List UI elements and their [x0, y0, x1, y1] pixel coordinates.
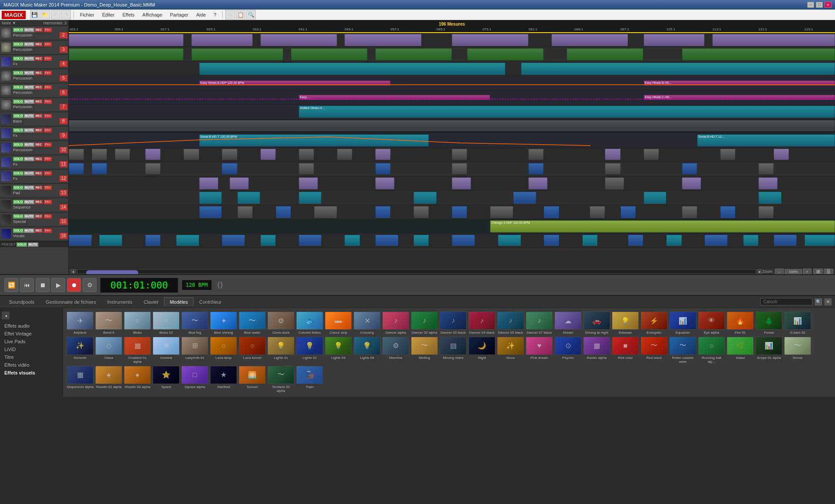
- media-item-22[interactable]: 👁 Eye alpha: [698, 312, 725, 335]
- mute-btn-5[interactable]: MUTE: [24, 71, 34, 75]
- solo-btn-13[interactable]: SOLO: [13, 186, 23, 190]
- rec-btn-2[interactable]: REC: [35, 28, 43, 32]
- clip-15-16[interactable]: [666, 235, 681, 246]
- clip-8-1[interactable]: Sonar.B-HD-T 120.00 BPM: [199, 134, 429, 146]
- media-item-24[interactable]: 🌲 Forest: [755, 312, 782, 335]
- search-input[interactable]: [760, 298, 812, 305]
- clip-15-11[interactable]: [452, 235, 475, 246]
- media-item-18[interactable]: 🚗 Driving at night: [583, 312, 610, 335]
- clip-13-6[interactable]: [414, 206, 429, 218]
- media-item-43[interactable]: ⊙ Psycho: [554, 337, 581, 364]
- solo-btn-8[interactable]: SOLO: [13, 114, 23, 118]
- clip-1-3[interactable]: [261, 34, 337, 46]
- solo-btn-10[interactable]: SOLO: [13, 143, 23, 147]
- media-item-53[interactable]: ♠ Shaolin 01 alpha: [95, 366, 122, 393]
- media-item-11[interactable]: ♪ Dancer alpha: [382, 312, 409, 335]
- hscroll-bar[interactable]: ◂ ▸ Zoom – 100% + ⊞ ☰: [69, 268, 835, 274]
- collapse-btn[interactable]: ◂: [2, 312, 10, 319]
- solo-btn-7[interactable]: SOLO: [13, 99, 23, 104]
- clip-15-4[interactable]: [176, 235, 199, 246]
- solo-btn-16[interactable]: SOLO: [13, 229, 23, 233]
- solo-btn-9[interactable]: SOLO: [13, 128, 23, 133]
- clip-10-11[interactable]: [758, 163, 774, 174]
- clip-12-1[interactable]: [199, 192, 222, 204]
- clip-11-8[interactable]: [682, 177, 701, 189]
- media-item-39[interactable]: ▤ Moving stairs: [440, 337, 467, 364]
- clip-5-1[interactable]: Easy ...: [299, 95, 491, 100]
- clip-9-3[interactable]: [115, 149, 130, 160]
- media-item-2[interactable]: ○ Blobs: [124, 312, 151, 335]
- clip-11-1[interactable]: [199, 177, 218, 189]
- mute-btn-3[interactable]: MUTE: [24, 42, 34, 46]
- media-item-13[interactable]: ♪ Dancer 03 black: [440, 312, 467, 335]
- solo-btn-4[interactable]: SOLO: [13, 56, 23, 61]
- media-item-4[interactable]: 〜 Blue fog: [181, 312, 208, 335]
- close-button[interactable]: ✕: [825, 2, 832, 8]
- rec-btn-7[interactable]: REC: [35, 99, 43, 104]
- clip-1-8[interactable]: [712, 34, 835, 46]
- clip-15-5[interactable]: [222, 235, 245, 246]
- solo-btn-5[interactable]: SOLO: [13, 71, 23, 75]
- media-item-40[interactable]: 🌙 Night: [468, 337, 495, 364]
- media-item-44[interactable]: ▦ Raster alpha: [583, 337, 610, 364]
- clip-15-7[interactable]: [299, 235, 322, 246]
- media-item-12[interactable]: ♪ Dancer 02 alpha: [411, 312, 438, 335]
- cat-titre[interactable]: Titre: [2, 353, 61, 361]
- media-item-14[interactable]: ♪ Dancer 04 black: [468, 312, 495, 335]
- clip-13-13[interactable]: [720, 206, 735, 218]
- grid-view-btn[interactable]: ⊞: [813, 269, 823, 274]
- clip-11-2[interactable]: [230, 177, 249, 189]
- clip-15-14[interactable]: [582, 235, 598, 246]
- solo-btn-14[interactable]: SOLO: [13, 200, 23, 204]
- clip-15-18[interactable]: [743, 235, 758, 246]
- mute-btn-9[interactable]: MUTE: [24, 128, 34, 133]
- clip-10-4[interactable]: [222, 163, 237, 174]
- clip-13-8[interactable]: [490, 206, 513, 218]
- clip-14-1[interactable]: Chicago 3.HDP 120.00 BPM: [490, 220, 835, 232]
- clip-9-10[interactable]: [375, 149, 391, 160]
- clip-13-14[interactable]: [758, 206, 774, 218]
- solo-btn-2[interactable]: SOLO: [13, 28, 23, 32]
- clip-12-5[interactable]: [513, 192, 536, 204]
- media-item-34[interactable]: 💡 Lights 02: [296, 337, 323, 364]
- media-item-48[interactable]: ○ Running ball alp...: [698, 337, 725, 364]
- clip-9-13[interactable]: [605, 149, 620, 160]
- clip-11-7[interactable]: [605, 177, 624, 189]
- clip-2-5[interactable]: [467, 48, 544, 60]
- solo-btn-3[interactable]: SOLO: [13, 42, 23, 46]
- menu-effets[interactable]: Effets: [119, 11, 138, 18]
- clip-1-4[interactable]: [344, 34, 421, 46]
- media-item-47[interactable]: 〜 Roller-coaster aster: [669, 337, 696, 364]
- clip-1-5[interactable]: [452, 34, 528, 46]
- media-item-31[interactable]: ○ Lava lamp: [210, 337, 237, 364]
- zoom-in-btn[interactable]: +: [803, 269, 812, 274]
- clip-2-3[interactable]: [291, 48, 367, 60]
- mute-btn-13[interactable]: MUTE: [24, 186, 34, 190]
- clip-9-12[interactable]: [528, 149, 544, 160]
- clip-13-4[interactable]: [314, 206, 337, 218]
- media-item-54[interactable]: ♠ Shaolin 02 alpha: [124, 366, 151, 393]
- solo-btn-15[interactable]: SOLO: [13, 214, 23, 219]
- menu-aide[interactable]: Aide: [193, 11, 209, 18]
- clip-15-3[interactable]: [145, 235, 160, 246]
- clip-13-9[interactable]: [544, 206, 559, 218]
- clip-13-10[interactable]: [590, 206, 605, 218]
- media-item-37[interactable]: ⚙ Machine: [382, 337, 409, 364]
- media-item-32[interactable]: ○ Lava tunnel: [239, 337, 266, 364]
- clip-3-2[interactable]: [521, 63, 835, 75]
- clip-9-8[interactable]: [299, 149, 314, 160]
- media-item-49[interactable]: 🌿 Salad: [727, 337, 754, 364]
- tab-controller[interactable]: Contrôleur: [194, 297, 227, 307]
- clip-15-8[interactable]: [344, 235, 360, 246]
- clip-12-2[interactable]: [237, 192, 261, 204]
- clip-11-4[interactable]: [375, 177, 394, 189]
- media-item-16[interactable]: ♪ Dancer 07 black: [526, 312, 553, 335]
- clip-11-5[interactable]: [452, 177, 471, 189]
- clip-9-16[interactable]: [774, 149, 789, 160]
- clip-13-3[interactable]: [276, 206, 291, 218]
- minimize-button[interactable]: –: [807, 2, 814, 8]
- media-item-10[interactable]: ✕ Crossing: [354, 312, 381, 335]
- solo-btn-12[interactable]: SOLO: [13, 171, 23, 176]
- clip-12-6[interactable]: [644, 192, 667, 204]
- cat-effets-video[interactable]: Effets vidéo: [2, 361, 61, 369]
